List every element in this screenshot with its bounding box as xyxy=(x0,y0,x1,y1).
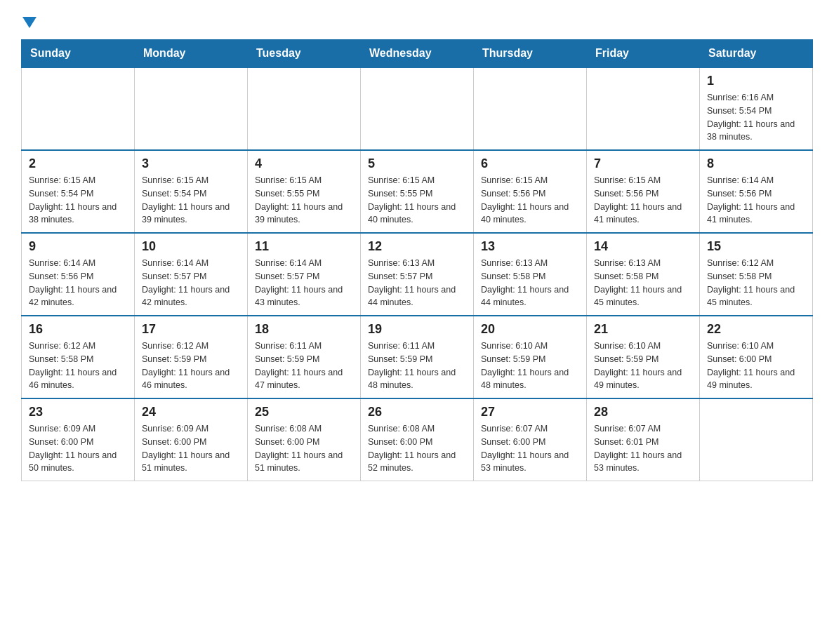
day-info: Sunrise: 6:10 AMSunset: 5:59 PMDaylight:… xyxy=(481,340,579,392)
calendar-cell: 23Sunrise: 6:09 AMSunset: 6:00 PMDayligh… xyxy=(22,398,135,481)
logo-triangle-icon xyxy=(22,17,37,28)
day-header-wednesday: Wednesday xyxy=(361,40,474,68)
calendar-cell: 24Sunrise: 6:09 AMSunset: 6:00 PMDayligh… xyxy=(135,398,248,481)
day-info: Sunrise: 6:14 AMSunset: 5:56 PMDaylight:… xyxy=(29,257,127,309)
calendar-cell: 16Sunrise: 6:12 AMSunset: 5:58 PMDayligh… xyxy=(22,316,135,398)
day-number: 25 xyxy=(255,405,353,420)
day-number: 28 xyxy=(594,405,692,420)
calendar-cell: 22Sunrise: 6:10 AMSunset: 6:00 PMDayligh… xyxy=(700,316,813,398)
calendar-cell: 7Sunrise: 6:15 AMSunset: 5:56 PMDaylight… xyxy=(587,150,700,233)
day-number: 6 xyxy=(481,156,579,171)
day-info: Sunrise: 6:14 AMSunset: 5:57 PMDaylight:… xyxy=(255,257,353,309)
calendar-cell xyxy=(248,67,361,150)
day-number: 20 xyxy=(481,322,579,337)
calendar-header-row: SundayMondayTuesdayWednesdayThursdayFrid… xyxy=(22,40,813,68)
day-number: 2 xyxy=(29,156,127,171)
day-number: 5 xyxy=(368,156,466,171)
calendar-cell: 9Sunrise: 6:14 AMSunset: 5:56 PMDaylight… xyxy=(22,233,135,316)
day-info: Sunrise: 6:15 AMSunset: 5:55 PMDaylight:… xyxy=(255,174,353,227)
day-info: Sunrise: 6:13 AMSunset: 5:57 PMDaylight:… xyxy=(368,257,466,309)
day-info: Sunrise: 6:13 AMSunset: 5:58 PMDaylight:… xyxy=(481,257,579,309)
calendar-cell: 11Sunrise: 6:14 AMSunset: 5:57 PMDayligh… xyxy=(248,233,361,316)
day-number: 4 xyxy=(255,156,353,171)
calendar-cell: 8Sunrise: 6:14 AMSunset: 5:56 PMDaylight… xyxy=(700,150,813,233)
day-header-tuesday: Tuesday xyxy=(248,40,361,68)
day-header-saturday: Saturday xyxy=(700,40,813,68)
day-info: Sunrise: 6:12 AMSunset: 5:58 PMDaylight:… xyxy=(29,340,127,392)
day-number: 14 xyxy=(594,239,692,254)
day-number: 17 xyxy=(142,322,240,337)
calendar-cell: 2Sunrise: 6:15 AMSunset: 5:54 PMDaylight… xyxy=(22,150,135,233)
calendar-cell xyxy=(22,67,135,150)
calendar-cell: 28Sunrise: 6:07 AMSunset: 6:01 PMDayligh… xyxy=(587,398,700,481)
day-info: Sunrise: 6:15 AMSunset: 5:55 PMDaylight:… xyxy=(368,174,466,227)
calendar-cell xyxy=(361,67,474,150)
calendar-cell: 20Sunrise: 6:10 AMSunset: 5:59 PMDayligh… xyxy=(474,316,587,398)
day-number: 24 xyxy=(142,405,240,420)
day-info: Sunrise: 6:10 AMSunset: 5:59 PMDaylight:… xyxy=(594,340,692,392)
day-number: 9 xyxy=(29,239,127,254)
day-number: 21 xyxy=(594,322,692,337)
calendar-cell xyxy=(587,67,700,150)
day-info: Sunrise: 6:11 AMSunset: 5:59 PMDaylight:… xyxy=(368,340,466,392)
calendar-cell: 13Sunrise: 6:13 AMSunset: 5:58 PMDayligh… xyxy=(474,233,587,316)
day-number: 8 xyxy=(707,156,805,171)
day-number: 10 xyxy=(142,239,240,254)
day-info: Sunrise: 6:15 AMSunset: 5:54 PMDaylight:… xyxy=(29,174,127,227)
day-number: 1 xyxy=(707,74,805,88)
day-number: 23 xyxy=(29,405,127,420)
logo xyxy=(21,14,37,28)
week-row-4: 16Sunrise: 6:12 AMSunset: 5:58 PMDayligh… xyxy=(22,316,813,398)
calendar-cell: 12Sunrise: 6:13 AMSunset: 5:57 PMDayligh… xyxy=(361,233,474,316)
day-number: 19 xyxy=(368,322,466,337)
day-info: Sunrise: 6:13 AMSunset: 5:58 PMDaylight:… xyxy=(594,257,692,309)
calendar-cell: 27Sunrise: 6:07 AMSunset: 6:00 PMDayligh… xyxy=(474,398,587,481)
calendar-cell: 21Sunrise: 6:10 AMSunset: 5:59 PMDayligh… xyxy=(587,316,700,398)
day-number: 22 xyxy=(707,322,805,337)
day-number: 7 xyxy=(594,156,692,171)
day-info: Sunrise: 6:14 AMSunset: 5:56 PMDaylight:… xyxy=(707,174,805,227)
day-number: 12 xyxy=(368,239,466,254)
calendar-cell: 26Sunrise: 6:08 AMSunset: 6:00 PMDayligh… xyxy=(361,398,474,481)
day-number: 15 xyxy=(707,239,805,254)
day-info: Sunrise: 6:16 AMSunset: 5:54 PMDaylight:… xyxy=(707,91,805,144)
day-info: Sunrise: 6:15 AMSunset: 5:56 PMDaylight:… xyxy=(481,174,579,227)
day-info: Sunrise: 6:07 AMSunset: 6:00 PMDaylight:… xyxy=(481,422,579,475)
calendar-cell xyxy=(700,398,813,481)
day-number: 18 xyxy=(255,322,353,337)
day-number: 16 xyxy=(29,322,127,337)
calendar-cell: 4Sunrise: 6:15 AMSunset: 5:55 PMDaylight… xyxy=(248,150,361,233)
calendar-cell: 10Sunrise: 6:14 AMSunset: 5:57 PMDayligh… xyxy=(135,233,248,316)
calendar-cell: 19Sunrise: 6:11 AMSunset: 5:59 PMDayligh… xyxy=(361,316,474,398)
day-info: Sunrise: 6:12 AMSunset: 5:58 PMDaylight:… xyxy=(707,257,805,309)
calendar-cell xyxy=(474,67,587,150)
calendar-cell: 15Sunrise: 6:12 AMSunset: 5:58 PMDayligh… xyxy=(700,233,813,316)
week-row-2: 2Sunrise: 6:15 AMSunset: 5:54 PMDaylight… xyxy=(22,150,813,233)
day-info: Sunrise: 6:15 AMSunset: 5:56 PMDaylight:… xyxy=(594,174,692,227)
day-header-sunday: Sunday xyxy=(22,40,135,68)
calendar-cell: 3Sunrise: 6:15 AMSunset: 5:54 PMDaylight… xyxy=(135,150,248,233)
day-info: Sunrise: 6:14 AMSunset: 5:57 PMDaylight:… xyxy=(142,257,240,309)
day-number: 26 xyxy=(368,405,466,420)
day-info: Sunrise: 6:10 AMSunset: 6:00 PMDaylight:… xyxy=(707,340,805,392)
calendar-table: SundayMondayTuesdayWednesdayThursdayFrid… xyxy=(21,39,813,481)
calendar-cell: 5Sunrise: 6:15 AMSunset: 5:55 PMDaylight… xyxy=(361,150,474,233)
day-number: 27 xyxy=(481,405,579,420)
week-row-5: 23Sunrise: 6:09 AMSunset: 6:00 PMDayligh… xyxy=(22,398,813,481)
day-info: Sunrise: 6:11 AMSunset: 5:59 PMDaylight:… xyxy=(255,340,353,392)
page-header xyxy=(21,14,813,28)
calendar-cell: 25Sunrise: 6:08 AMSunset: 6:00 PMDayligh… xyxy=(248,398,361,481)
day-info: Sunrise: 6:07 AMSunset: 6:01 PMDaylight:… xyxy=(594,422,692,475)
calendar-cell xyxy=(135,67,248,150)
calendar-cell: 18Sunrise: 6:11 AMSunset: 5:59 PMDayligh… xyxy=(248,316,361,398)
calendar-cell: 1Sunrise: 6:16 AMSunset: 5:54 PMDaylight… xyxy=(700,67,813,150)
calendar-cell: 14Sunrise: 6:13 AMSunset: 5:58 PMDayligh… xyxy=(587,233,700,316)
day-header-thursday: Thursday xyxy=(474,40,587,68)
day-info: Sunrise: 6:09 AMSunset: 6:00 PMDaylight:… xyxy=(142,422,240,475)
day-number: 11 xyxy=(255,239,353,254)
week-row-3: 9Sunrise: 6:14 AMSunset: 5:56 PMDaylight… xyxy=(22,233,813,316)
day-header-monday: Monday xyxy=(135,40,248,68)
day-header-friday: Friday xyxy=(587,40,700,68)
day-info: Sunrise: 6:08 AMSunset: 6:00 PMDaylight:… xyxy=(368,422,466,475)
calendar-cell: 17Sunrise: 6:12 AMSunset: 5:59 PMDayligh… xyxy=(135,316,248,398)
